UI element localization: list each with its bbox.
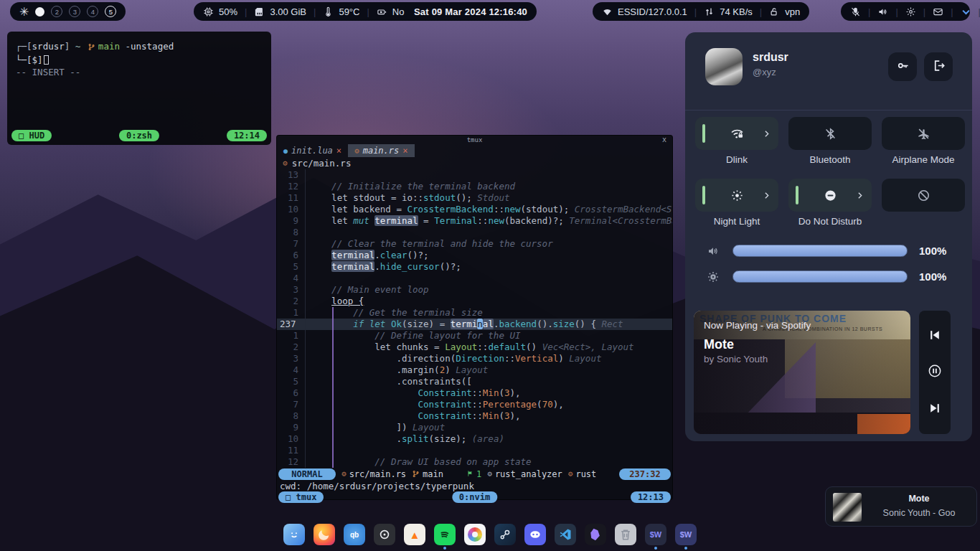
dock-running-indicator [383, 547, 386, 550]
tile-night-light[interactable] [695, 179, 778, 212]
dock-icon-vscode[interactable] [555, 524, 576, 545]
tmux-window-pill[interactable]: 0:zsh [119, 130, 159, 141]
line-number: 12 [277, 181, 306, 192]
dock-icon-sw-terminal-1[interactable]: $W [645, 524, 666, 545]
workspace-2[interactable]: 2 [51, 6, 62, 17]
dock-icon-obsidian[interactable] [585, 524, 606, 545]
vi-mode-indicator: -- INSERT -- [16, 67, 80, 77]
previous-track-button[interactable] [919, 322, 951, 351]
tab-main-rs[interactable]: ⚙ main.rs × [348, 144, 414, 157]
divider [685, 110, 972, 110]
tile-do-not-disturb[interactable] [788, 179, 872, 212]
tab-close-icon[interactable]: × [336, 146, 341, 156]
dock-icon-sw-terminal-2[interactable]: $W [675, 524, 697, 545]
dock-icon-files[interactable] [283, 524, 305, 545]
brightness-slider[interactable] [732, 270, 908, 283]
dock-item-files [283, 524, 305, 550]
control-center-panel: srdusr @xyz DlinkBluetoothAirplane ModeN… [685, 32, 972, 441]
dock-icon-vlc[interactable]: ▲ [404, 524, 425, 545]
active-indicator [702, 186, 705, 204]
dock-running-indicator [353, 547, 356, 550]
line-number: 9 [277, 422, 306, 433]
temperature: 59°C [339, 6, 359, 17]
code-area[interactable]: 1312 // Initialize the terminal backend1… [277, 169, 672, 468]
code-line: 12 // Draw UI based on app state [277, 456, 672, 468]
dock-icon-spotify[interactable] [434, 524, 456, 545]
sun-icon [730, 189, 744, 202]
now-playing-label: Now Playing - via Spotify [704, 320, 811, 331]
tmux-session-pill[interactable]: □ tmux [278, 491, 324, 503]
dock-running-indicator [323, 547, 326, 550]
workspace-3[interactable]: 3 [69, 6, 80, 17]
dock-icon-steam[interactable] [494, 524, 516, 545]
tray-pill: ||||| [841, 2, 970, 21]
dock-icon-trash[interactable] [615, 524, 636, 545]
tmux-session-pill[interactable]: □ HUD [11, 130, 52, 141]
dock-icon-obs[interactable] [374, 524, 395, 545]
dock-item-sw-terminal-1: $W [645, 524, 666, 550]
media-notification[interactable]: Mote Sonic Youth - Goo [825, 486, 977, 527]
tile-bluetooth[interactable] [788, 117, 872, 150]
code-line: 5 terminal.hide_cursor()?; [277, 261, 672, 273]
track-title: Mote [704, 337, 734, 352]
tile-label-night-light: Night Light [695, 216, 778, 227]
key-icon [896, 59, 910, 75]
workspace-switcher: 2345 [35, 6, 116, 17]
tile-dlink[interactable] [695, 117, 778, 150]
status-branch: main [412, 469, 443, 479]
workspace-1[interactable] [35, 7, 44, 17]
dock: qb▲$W$W [0, 524, 980, 550]
volume-icon[interactable] [877, 6, 888, 17]
code-line: 8 Constraint::Min(3), [277, 410, 672, 422]
tile-airplane-mode[interactable] [882, 117, 965, 150]
dock-running-indicator [293, 547, 296, 550]
chevron-down-icon[interactable] [961, 6, 971, 17]
tab-close-icon[interactable]: × [402, 146, 407, 156]
terminal-window[interactable]: ┌─[srdusr] ~ main -unstaged └─[$] -- INS… [7, 32, 271, 145]
line-number: 8 [277, 227, 306, 238]
tab-init-lua[interactable]: ● init.lua × [277, 144, 348, 157]
notification-body: Sonic Youth - Goo [867, 508, 971, 518]
git-status: -unstaged [120, 41, 174, 52]
next-track-button[interactable] [919, 395, 951, 424]
editor-window[interactable]: tmux x ● init.lua × ⚙ main.rs × ⚙ src/ma… [276, 135, 673, 500]
workspace-5[interactable]: 5 [105, 6, 116, 17]
tmux-window-pill[interactable]: 0:nvim [452, 491, 497, 503]
distro-logo-icon: ✳ [19, 5, 29, 19]
window-close-button[interactable]: x [662, 136, 666, 143]
active-indicator [796, 186, 798, 204]
dock-icon-discord[interactable] [524, 524, 546, 545]
lock-open-icon [769, 6, 780, 17]
mail-icon[interactable] [933, 6, 943, 17]
logout-button[interactable] [924, 52, 953, 81]
dock-item-trash [615, 524, 636, 550]
chevron-right-icon[interactable] [762, 191, 771, 200]
rust-gear-icon: ⚙ [283, 159, 288, 168]
code-line: 11 let stdout = io::stdout(); Stdout [277, 192, 672, 204]
previous-track-icon [928, 328, 942, 345]
brightness-icon [707, 270, 720, 283]
chevron-right-icon[interactable] [762, 129, 771, 138]
dock-item-vscode [555, 524, 576, 550]
brightness-value: 100% [919, 270, 946, 283]
pause-button[interactable] [919, 358, 951, 387]
line-number: 1 [277, 330, 306, 342]
mic-muted-icon[interactable] [850, 6, 861, 17]
line-number: 12 [277, 456, 306, 468]
chevron-right-icon[interactable] [855, 191, 864, 200]
dock-icon-firefox[interactable] [314, 524, 335, 545]
network-speed: 74 KB/s [720, 6, 753, 17]
keyring-button[interactable] [888, 52, 917, 81]
settings-gear-icon[interactable] [905, 6, 916, 17]
line-number: 3 [277, 284, 306, 296]
track-artist: by Sonic Youth [704, 354, 768, 364]
system-tray: ||||| [850, 6, 980, 17]
dock-running-indicator [473, 547, 476, 550]
dock-icon-qbittorrent[interactable]: qb [344, 524, 365, 545]
user-name: srdusr [753, 51, 788, 64]
workspace-4[interactable]: 4 [87, 6, 98, 17]
volume-slider[interactable] [732, 245, 908, 257]
line-number: 11 [277, 445, 306, 456]
tile-blocked[interactable] [882, 179, 965, 212]
dock-icon-photos[interactable] [464, 524, 486, 545]
